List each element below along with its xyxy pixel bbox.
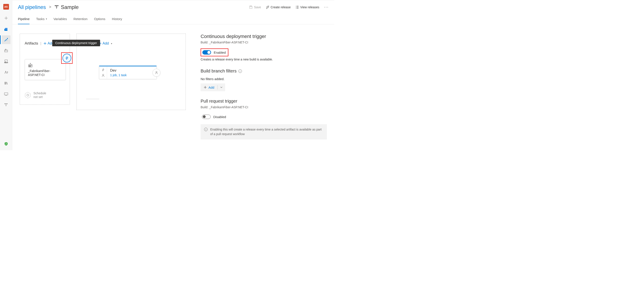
stage-postdeploy-conditions[interactable] bbox=[152, 69, 160, 77]
breadcrumb-separator: > bbox=[49, 5, 51, 9]
svg-rect-6 bbox=[5, 61, 6, 63]
svg-rect-15 bbox=[58, 5, 58, 6]
tabs-row: Pipeline Tasks▾ Variables Retention Opti… bbox=[12, 14, 334, 24]
cd-toggle-highlight: Enabled bbox=[200, 48, 228, 56]
person-icon bbox=[155, 71, 158, 74]
security-icon[interactable] bbox=[4, 141, 8, 146]
svg-rect-12 bbox=[7, 103, 8, 104]
add-stage-button[interactable]: Add ▾ bbox=[98, 41, 112, 45]
tab-tasks[interactable]: Tasks▾ bbox=[36, 14, 47, 24]
page-header: All pipelines > Sample Save Create rel bbox=[12, 0, 334, 14]
svg-point-24 bbox=[156, 71, 157, 73]
save-icon bbox=[249, 5, 252, 9]
pr-toggle-wrap: Disabled bbox=[200, 113, 228, 120]
stage-jobs-link[interactable]: 1 job, 1 task bbox=[110, 73, 154, 77]
left-rail: AS bbox=[0, 0, 12, 150]
pr-info-box: i Enabling this will create a release ev… bbox=[200, 124, 327, 139]
svg-point-17 bbox=[268, 6, 268, 7]
chevron-down-icon: ▾ bbox=[46, 18, 47, 20]
add-filter-button[interactable]: Add bbox=[200, 83, 225, 91]
list-icon bbox=[296, 5, 299, 9]
stage-card[interactable]: Dev 1 job, 1 task bbox=[99, 66, 157, 79]
info-icon: i bbox=[204, 128, 208, 131]
svg-rect-16 bbox=[250, 6, 252, 7]
artifact-card[interactable]: _FabrikamFiber-ASP.NET-CI bbox=[25, 59, 66, 80]
breadcrumb-current: Sample bbox=[54, 4, 79, 10]
branch-filters-title: Build branch filters bbox=[200, 68, 237, 73]
tab-options[interactable]: Options bbox=[94, 14, 105, 24]
cd-trigger-button[interactable] bbox=[62, 54, 71, 62]
header-actions: Save Create release View releases ··· bbox=[249, 5, 329, 9]
svg-rect-1 bbox=[5, 28, 8, 30]
stages-header-label: Stages bbox=[82, 41, 93, 46]
svg-rect-20 bbox=[30, 66, 31, 67]
svg-point-23 bbox=[102, 74, 104, 75]
svg-rect-13 bbox=[55, 5, 56, 6]
svg-rect-4 bbox=[5, 49, 6, 50]
breadcrumb-root-link[interactable]: All pipelines bbox=[18, 4, 46, 10]
repos-icon[interactable] bbox=[4, 48, 8, 53]
pipeline-canvas: Continuous deployment trigger Artifacts … bbox=[12, 24, 193, 150]
stage-name: Dev bbox=[110, 68, 154, 72]
svg-rect-19 bbox=[29, 66, 30, 67]
books-icon[interactable] bbox=[4, 81, 8, 86]
svg-rect-10 bbox=[4, 103, 5, 104]
lightning-icon bbox=[102, 68, 105, 71]
project-avatar[interactable]: AS bbox=[3, 4, 9, 9]
add-artifact-button[interactable]: Add bbox=[44, 41, 54, 45]
cd-toggle-label: Enabled bbox=[214, 51, 226, 54]
pr-build-label: Build: _FabrikamFiber-ASP.NET-CI bbox=[200, 105, 327, 109]
tab-variables[interactable]: Variables bbox=[54, 14, 67, 24]
manage-icon[interactable] bbox=[4, 92, 8, 96]
divider: | bbox=[95, 41, 96, 46]
overview-icon[interactable] bbox=[4, 27, 8, 31]
cd-toggle[interactable] bbox=[202, 50, 211, 54]
save-button[interactable]: Save bbox=[249, 5, 261, 9]
breadcrumb: All pipelines > Sample bbox=[18, 4, 79, 10]
pr-toggle[interactable] bbox=[202, 115, 211, 119]
cd-trigger-title: Continuous deployment trigger bbox=[200, 34, 327, 39]
svg-rect-11 bbox=[6, 103, 6, 104]
add-icon[interactable] bbox=[4, 16, 8, 20]
schedule-button[interactable]: Schedule not set bbox=[25, 91, 65, 99]
pipelines-icon[interactable] bbox=[2, 35, 10, 44]
clock-icon bbox=[25, 92, 31, 99]
add-label: Add bbox=[102, 41, 108, 45]
artifact-source-name: _FabrikamFiber-ASP.NET-CI bbox=[28, 69, 62, 77]
right-panel: Continuous deployment trigger Build: _Fa… bbox=[193, 24, 334, 150]
pr-toggle-label: Disabled bbox=[213, 115, 226, 119]
content-row: Continuous deployment trigger Artifacts … bbox=[12, 24, 334, 150]
pipeline-name: Sample bbox=[61, 4, 79, 10]
add-label: Add bbox=[208, 86, 214, 89]
upload-icon[interactable] bbox=[4, 103, 8, 107]
view-releases-button[interactable]: View releases bbox=[296, 5, 319, 9]
plus-icon bbox=[204, 86, 207, 89]
test-plans-icon[interactable] bbox=[4, 59, 8, 64]
svg-point-2 bbox=[7, 38, 8, 39]
stage-predeploy-conditions[interactable] bbox=[99, 66, 107, 79]
more-actions-button[interactable]: ··· bbox=[324, 5, 329, 9]
info-icon[interactable]: i bbox=[238, 69, 242, 73]
person-icon bbox=[102, 74, 105, 77]
add-label: Add bbox=[48, 41, 54, 45]
chevron-down-icon[interactable] bbox=[218, 83, 225, 91]
cd-note: Creates a release every time a new build… bbox=[200, 58, 327, 61]
artifacts-icon[interactable] bbox=[4, 70, 8, 75]
schedule-text-2: not set bbox=[34, 95, 46, 99]
plus-icon bbox=[44, 42, 47, 45]
tab-pipeline[interactable]: Pipeline bbox=[18, 14, 30, 24]
cd-build-label: Build: _FabrikamFiber-ASP.NET-CI bbox=[200, 41, 327, 44]
create-release-button[interactable]: Create release bbox=[266, 5, 291, 9]
artifacts-box: Continuous deployment trigger Artifacts … bbox=[20, 34, 70, 105]
tab-history[interactable]: History bbox=[112, 14, 122, 24]
plus-icon bbox=[98, 42, 102, 45]
tab-retention[interactable]: Retention bbox=[74, 14, 88, 24]
artifacts-header-label: Artifacts bbox=[25, 41, 38, 46]
pipeline-icon bbox=[54, 5, 59, 9]
divider: | bbox=[40, 41, 41, 46]
svg-rect-14 bbox=[56, 5, 57, 6]
schedule-text-1: Schedule bbox=[34, 91, 46, 95]
source-type-icon bbox=[28, 63, 62, 68]
stages-box: Stages | Add ▾ bbox=[76, 34, 186, 110]
chevron-down-icon: ▾ bbox=[111, 42, 112, 45]
